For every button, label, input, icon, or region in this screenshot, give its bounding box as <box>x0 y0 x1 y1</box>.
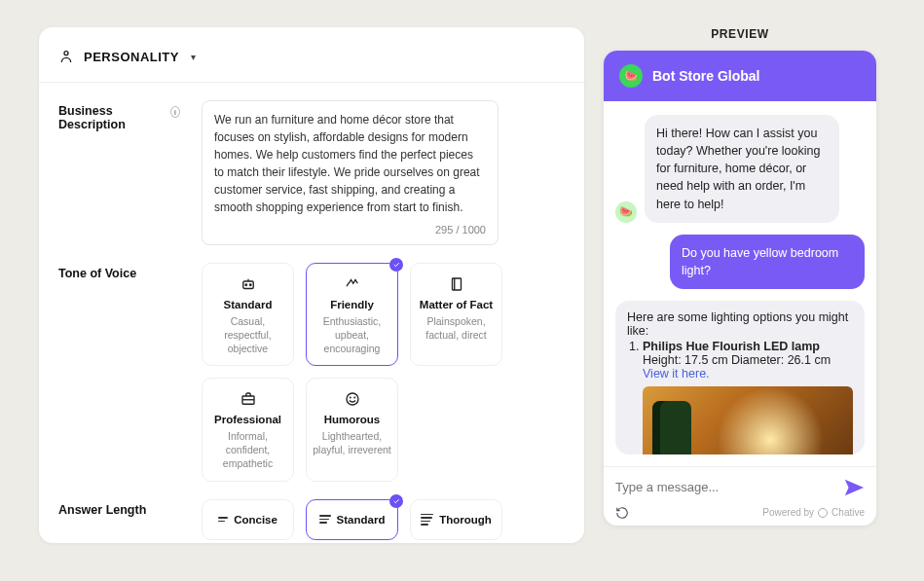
char-counter: 295 / 1000 <box>214 222 486 238</box>
preview-title: PREVIEW <box>604 27 876 41</box>
wave-icon <box>344 275 361 293</box>
powered-by: Powered by Chative <box>762 507 865 518</box>
preview-panel: PREVIEW 🍉 Bot Store Global 🍉 Hi there! H… <box>604 27 876 526</box>
smile-icon <box>344 390 361 408</box>
refresh-icon[interactable] <box>615 506 629 520</box>
svg-point-3 <box>249 284 251 286</box>
bot-result-message: Here are some lighting options you might… <box>615 301 865 454</box>
brand-ring-icon <box>818 508 828 518</box>
book-icon <box>448 275 465 293</box>
bars-icon <box>421 514 433 526</box>
svg-point-2 <box>245 284 247 286</box>
product-link[interactable]: View it here. <box>643 367 710 381</box>
section-header[interactable]: PERSONALITY ▾ <box>39 27 584 83</box>
description-label: Business Description i <box>58 100 180 245</box>
section-title: PERSONALITY <box>84 50 179 64</box>
bot-avatar-icon: 🍉 <box>619 64 643 88</box>
svg-point-7 <box>350 397 351 398</box>
svg-point-0 <box>64 52 68 55</box>
send-icon[interactable] <box>843 477 865 498</box>
tone-option-standard[interactable]: StandardCasual, respectful, objective <box>202 263 294 367</box>
chat-header: 🍉 Bot Store Global <box>604 51 876 101</box>
bars-icon <box>319 515 331 524</box>
svg-rect-4 <box>452 278 461 290</box>
chevron-down-icon: ▾ <box>191 52 196 62</box>
tone-option-friendly[interactable]: FriendlyEnthusiastic, upbeat, encouragin… <box>306 263 398 367</box>
tone-label: Tone of Voice <box>58 263 180 482</box>
tone-option-professional[interactable]: ProfessionalInformal, confident, empathe… <box>202 378 294 482</box>
tone-option-matter-of-fact[interactable]: Matter of FactPlainspoken, factual, dire… <box>410 263 502 367</box>
chat-input[interactable] <box>615 480 835 494</box>
product-dimensions: Height: 17.5 cm Diameter: 26.1 cm <box>643 353 831 367</box>
person-icon <box>58 49 74 64</box>
svg-point-6 <box>347 393 358 405</box>
user-message: Do you have yellow bedroom light? <box>670 235 865 289</box>
svg-point-8 <box>353 397 354 398</box>
chat-window: 🍉 Bot Store Global 🍉 Hi there! How can I… <box>604 51 876 526</box>
length-option-concise[interactable]: Concise <box>202 499 294 540</box>
bot-avatar-small-icon: 🍉 <box>615 201 637 223</box>
business-description-input[interactable]: We run an furniture and home décor store… <box>202 100 499 245</box>
product-image <box>643 386 853 454</box>
product-name: Philips Hue Flourish LED lamp <box>643 340 820 353</box>
length-option-standard[interactable]: Standard <box>306 499 398 540</box>
length-label: Answer Length <box>58 499 180 540</box>
length-option-thorough[interactable]: Thorough <box>410 499 502 540</box>
robot-icon <box>240 275 257 293</box>
personality-card: PERSONALITY ▾ Business Description i We … <box>39 27 584 543</box>
info-icon[interactable]: i <box>170 106 180 118</box>
briefcase-icon <box>240 390 257 408</box>
bot-message: Hi there! How can I assist you today? Wh… <box>645 115 839 223</box>
bot-name: Bot Store Global <box>652 68 759 84</box>
tone-option-humorous[interactable]: HumorousLighthearted, playful, irreveren… <box>306 378 398 482</box>
bars-icon <box>218 517 228 522</box>
